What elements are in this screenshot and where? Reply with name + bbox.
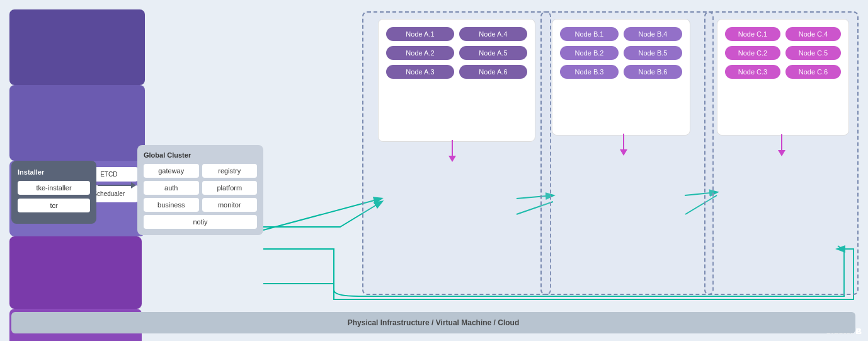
arrow-installer-to-global <box>98 185 135 186</box>
down-arrow-c <box>778 134 785 156</box>
installer-box: Installer tke-installer tcr <box>11 161 96 224</box>
gc-item-gateway: gateway <box>144 164 199 178</box>
installer-item-tcr: tcr <box>18 199 90 212</box>
installer-item-tke: tke-installer <box>18 181 90 195</box>
node-a4: Node A.4 <box>459 27 527 41</box>
nodes-grid-b: Node B.1 Node B.4 Node B.2 Node B.5 Node… <box>560 27 682 79</box>
cp-b-back <box>9 236 142 309</box>
gc-item-auth: auth <box>144 181 199 195</box>
node-b1: Node B.1 <box>560 27 619 41</box>
node-panel-a: Node A.1 Node A.4 Node A.2 Node A.5 Node… <box>378 19 535 142</box>
physical-infrastructure-bar: Physical Infrastructure / Virtual Machin… <box>11 312 855 333</box>
node-b2: Node B.2 <box>560 46 619 60</box>
nodes-grid-a: Node A.1 Node A.4 Node A.2 Node A.5 Node… <box>386 27 527 79</box>
main-container: Installer tke-installer tcr Global Clust… <box>0 0 868 341</box>
gc-item-business: business <box>144 198 199 212</box>
down-arrow-a <box>448 140 456 162</box>
global-cluster-box: Global Cluster gateway registry auth pla… <box>137 145 263 235</box>
gc-item-platform: platform <box>202 181 258 195</box>
gc-item-notiy: notiy <box>144 215 257 229</box>
node-a5: Node A.5 <box>459 46 527 60</box>
node-c1: Node C.1 <box>725 27 780 41</box>
node-b3: Node B.3 <box>560 65 619 79</box>
node-a3: Node A.3 <box>386 65 454 79</box>
phys-label: Physical Infrastructure / Virtual Machin… <box>348 318 520 327</box>
cp-a-back <box>9 9 145 85</box>
node-b4: Node B.4 <box>624 27 682 41</box>
node-b5: Node B.5 <box>624 46 682 60</box>
cp-a-front <box>9 85 145 161</box>
global-cluster-grid: gateway registry auth platform business … <box>144 164 257 229</box>
node-c3: Node C.3 <box>725 65 780 79</box>
node-a6: Node A.6 <box>459 65 527 79</box>
node-panel-c: Node C.1 Node C.4 Node C.2 Node C.5 Node… <box>717 19 849 136</box>
node-c6: Node C.6 <box>785 65 841 79</box>
node-a2: Node A.2 <box>386 46 454 60</box>
node-a1: Node A.1 <box>386 27 454 41</box>
node-c4: Node C.4 <box>785 27 841 41</box>
node-b6: Node B.6 <box>624 65 682 79</box>
node-c2: Node C.2 <box>725 46 780 60</box>
node-panel-b: Node B.1 Node B.4 Node B.2 Node B.5 Node… <box>552 19 690 136</box>
nodes-grid-c: Node C.1 Node C.4 Node C.2 Node C.5 Node… <box>725 27 841 79</box>
down-arrow-b <box>620 134 627 156</box>
global-cluster-title: Global Cluster <box>144 151 257 159</box>
gc-item-monitor: monitor <box>202 198 258 212</box>
node-c5: Node C.5 <box>785 46 841 60</box>
installer-title: Installer <box>18 168 90 176</box>
gc-item-registry: registry <box>202 164 258 178</box>
